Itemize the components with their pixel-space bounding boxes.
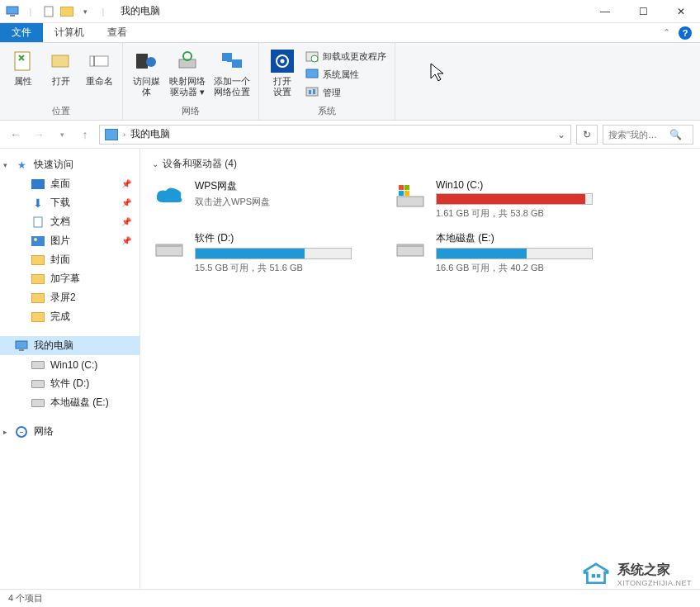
refresh-button[interactable]: ↻	[576, 125, 598, 145]
sidebar-item-network[interactable]: ▸ 网络	[0, 422, 140, 441]
chevron-right-icon[interactable]: ▸	[3, 428, 7, 436]
usage-bar	[195, 248, 352, 259]
system-properties-button[interactable]: 系统属性	[302, 66, 390, 83]
sidebar-item-documents[interactable]: 文档 📌	[0, 212, 140, 231]
svg-rect-1	[10, 15, 15, 17]
uninstall-programs-button[interactable]: 卸载或更改程序	[302, 48, 390, 64]
minimize-button[interactable]: —	[586, 0, 624, 23]
star-icon: ★	[15, 159, 28, 171]
drive-item-d[interactable]: 软件 (D:) 15.5 GB 可用，共 51.6 GB	[152, 231, 373, 274]
up-button[interactable]: ↑	[76, 126, 94, 144]
qat-folder-icon[interactable]	[59, 4, 74, 19]
add-netloc-icon	[220, 49, 244, 74]
drive-stat: 1.61 GB 可用，共 53.8 GB	[436, 207, 614, 220]
pin-icon: 📌	[121, 236, 131, 245]
ribbon-group-system: 打开 设置 卸载或更改程序 系统属性 管理 系统	[259, 43, 395, 120]
drive-stat: 16.6 GB 可用，共 40.2 GB	[436, 262, 614, 274]
manage-icon	[305, 86, 319, 99]
map-drive-icon	[175, 49, 200, 74]
sidebar-item-rec[interactable]: 录屏2	[0, 288, 140, 307]
sidebar-item-drive-d[interactable]: 软件 (D:)	[0, 374, 140, 393]
svg-rect-3	[15, 52, 30, 70]
folder-icon	[31, 254, 45, 266]
properties-icon	[11, 49, 35, 74]
sidebar-item-desktop[interactable]: 桌面 📌	[0, 174, 140, 193]
svg-rect-27	[19, 349, 24, 351]
svg-rect-38	[597, 574, 600, 577]
sidebar-item-my-pc[interactable]: 我的电脑	[0, 336, 140, 355]
sidebar-item-drive-c[interactable]: Win10 (C:)	[0, 355, 140, 374]
add-network-location-button[interactable]: 添加一个 网络位置	[210, 46, 253, 99]
svg-point-8	[146, 57, 156, 67]
help-icon[interactable]: ?	[679, 26, 692, 40]
chevron-down-icon[interactable]: ▾	[3, 161, 7, 169]
usage-bar	[436, 193, 593, 205]
drive-name: 本地磁盘 (E:)	[436, 231, 614, 245]
network-icon	[15, 426, 28, 438]
back-button[interactable]: ←	[7, 126, 25, 144]
qat-computer-icon[interactable]	[5, 4, 20, 19]
svg-rect-29	[399, 185, 404, 190]
close-button[interactable]: ✕	[662, 0, 700, 23]
drive-item-c[interactable]: Win10 (C:) 1.61 GB 可用，共 53.8 GB	[393, 179, 614, 220]
svg-rect-34	[156, 244, 182, 247]
ribbon-group-location: 属性 打开 重命名 位置	[0, 43, 123, 120]
sidebar-item-pictures[interactable]: 图片 📌	[0, 231, 140, 250]
address-bar[interactable]: › 我的电脑 ⌄	[99, 125, 571, 145]
nav-bar: ← → ▾ ↑ › 我的电脑 ⌄ ↻ 🔍	[0, 121, 700, 149]
pin-icon: 📌	[121, 179, 131, 188]
access-media-button[interactable]: 访问媒体	[128, 46, 164, 99]
maximize-button[interactable]: ☐	[624, 0, 662, 23]
open-button[interactable]: 打开	[43, 46, 79, 89]
group-label-system: 系统	[264, 103, 390, 120]
sidebar-item-cover[interactable]: 封面	[0, 250, 140, 269]
svg-rect-20	[306, 88, 318, 96]
svg-rect-32	[404, 191, 409, 196]
manage-button[interactable]: 管理	[302, 84, 390, 101]
properties-button[interactable]: 属性	[5, 46, 41, 89]
downloads-icon: ⬇	[31, 197, 45, 209]
sidebar-item-done[interactable]: 完成	[0, 307, 140, 326]
media-icon	[134, 49, 158, 74]
svg-rect-5	[90, 56, 108, 66]
qat-dropdown[interactable]: ▾	[78, 4, 92, 19]
svg-point-18	[311, 55, 318, 62]
svg-rect-36	[397, 244, 423, 247]
windows-disk-icon	[393, 179, 428, 214]
tab-computer[interactable]: 计算机	[43, 23, 96, 42]
sidebar-item-downloads[interactable]: ⬇ 下载 📌	[0, 193, 140, 212]
tab-file[interactable]: 文件	[0, 23, 43, 42]
open-settings-button[interactable]: 打开 设置	[264, 46, 300, 99]
drive-name: Win10 (C:)	[436, 179, 614, 191]
usage-bar	[436, 248, 593, 259]
sidebar-item-drive-e[interactable]: 本地磁盘 (E:)	[0, 393, 140, 412]
watermark: 系统之家 XITONGZHIJIA.NET	[581, 562, 692, 587]
forward-button[interactable]: →	[30, 126, 48, 144]
settings-icon	[270, 49, 295, 74]
section-header-devices[interactable]: ⌄ 设备和驱动器 (4)	[152, 157, 688, 171]
folder-icon	[31, 292, 45, 304]
explorer-body: ▾ ★ 快速访问 桌面 📌 ⬇ 下载 📌 文档 📌 图片 📌 封面	[0, 149, 700, 589]
wps-cloud-icon	[152, 179, 187, 214]
search-box[interactable]: 🔍	[603, 125, 693, 145]
disk-icon	[31, 359, 45, 371]
tab-view[interactable]: 查看	[96, 23, 139, 42]
address-dropdown-icon[interactable]: ⌄	[557, 129, 565, 140]
search-input[interactable]	[608, 130, 666, 140]
rename-button[interactable]: 重命名	[81, 46, 117, 89]
pin-icon: 📌	[121, 198, 131, 207]
sidebar: ▾ ★ 快速访问 桌面 📌 ⬇ 下载 📌 文档 📌 图片 📌 封面	[0, 149, 140, 589]
map-drive-button[interactable]: 映射网络 驱动器 ▾	[166, 46, 209, 99]
ribbon-collapse-icon[interactable]: ⌃	[663, 27, 670, 38]
drive-item-wps[interactable]: WPS网盘 双击进入WPS网盘	[152, 179, 373, 220]
breadcrumb[interactable]: 我的电脑	[130, 127, 170, 141]
documents-icon	[31, 216, 45, 228]
sidebar-item-subtitle[interactable]: 加字幕	[0, 269, 140, 288]
drive-item-e[interactable]: 本地磁盘 (E:) 16.6 GB 可用，共 40.2 GB	[393, 231, 614, 274]
sidebar-item-quick-access[interactable]: ▾ ★ 快速访问	[0, 155, 140, 174]
svg-rect-30	[404, 185, 409, 190]
drive-name: 软件 (D:)	[195, 231, 373, 245]
pc-icon	[15, 340, 28, 352]
qat-doc-icon[interactable]	[41, 4, 56, 19]
recent-locations-button[interactable]: ▾	[53, 126, 71, 144]
